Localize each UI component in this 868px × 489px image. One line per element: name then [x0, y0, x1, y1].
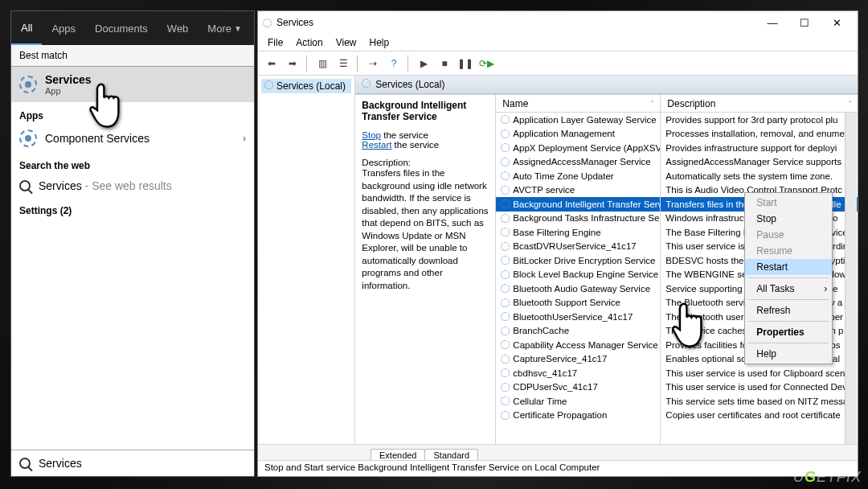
service-row[interactable]: CaptureService_41c17 — [496, 352, 660, 367]
service-row[interactable]: Capability Access Manager Service — [496, 338, 660, 352]
chevron-right-icon: › — [243, 133, 246, 144]
status-bar: Stop and Start service Background Intell… — [258, 460, 858, 476]
gear-icon — [501, 143, 510, 152]
tab-standard[interactable]: Standard — [424, 449, 478, 460]
pause-service-button[interactable]: ❚❚ — [457, 55, 474, 72]
gear-icon — [362, 79, 371, 88]
help-button[interactable]: ? — [385, 55, 403, 72]
service-row[interactable]: BluetoothUserService_41c17 — [496, 310, 660, 324]
search-tab-more[interactable]: More▼ — [198, 11, 252, 45]
show-hide-tree-button[interactable]: ▥ — [313, 55, 331, 72]
context-refresh[interactable]: Refresh — [745, 302, 832, 318]
apps-section-label: Apps — [11, 102, 254, 125]
service-desc[interactable]: AssignedAccessManager Service supports — [661, 155, 858, 170]
gear-icon — [501, 312, 510, 321]
menu-action[interactable]: Action — [291, 35, 327, 50]
gear-icon — [501, 327, 510, 335]
result-web-search[interactable]: Services - See web results — [11, 175, 254, 197]
gear-icon — [501, 256, 510, 265]
back-button[interactable]: ⬅ — [263, 55, 280, 72]
gear-icon — [19, 129, 37, 147]
toolbar: ⬅ ➡ ▥ ☰ ⇢ ? ▶ ■ ❚❚ ⟳▶ — [258, 51, 858, 76]
stop-service-button[interactable]: ■ — [436, 55, 453, 72]
detail-panel: Background Intelligent Transfer Service … — [355, 95, 496, 444]
service-row[interactable]: Bluetooth Audio Gateway Service — [496, 281, 660, 296]
menu-view[interactable]: View — [331, 35, 362, 50]
service-desc[interactable]: This user service is used for Connected … — [661, 380, 858, 395]
gear-icon — [501, 214, 510, 223]
scroll-up-icon: ˆ — [849, 100, 851, 108]
col-header-desc[interactable]: Descriptionˆ — [661, 95, 858, 113]
service-row[interactable]: Base Filtering Engine — [496, 225, 660, 240]
tree-root[interactable]: Services (Local) — [261, 79, 351, 93]
service-row[interactable]: BcastDVRUserService_41c17 — [496, 240, 660, 254]
best-match-result[interactable]: Services App — [11, 67, 254, 102]
service-row[interactable]: Application Layer Gateway Service — [496, 113, 660, 127]
service-row[interactable]: Application Management — [496, 127, 660, 142]
forward-button[interactable]: ➡ — [284, 55, 301, 72]
service-desc[interactable]: This user service is used for Clipboard … — [661, 366, 858, 380]
service-row[interactable]: Block Level Backup Engine Service — [496, 268, 660, 282]
col-header-name[interactable]: Nameˆ — [496, 95, 660, 113]
start-service-button[interactable]: ▶ — [415, 55, 432, 72]
service-row[interactable]: AppX Deployment Service (AppXSVC) — [496, 141, 660, 155]
gear-icon — [501, 242, 510, 251]
content-header: Services (Local) — [355, 76, 858, 94]
title-bar[interactable]: Services — ☐ ✕ — [258, 11, 858, 34]
service-row[interactable]: BranchCache — [496, 324, 660, 339]
gear-icon — [501, 115, 510, 124]
gear-icon — [501, 383, 510, 392]
service-row[interactable]: Certificate Propagation — [496, 409, 660, 423]
restart-service-button[interactable]: ⟳▶ — [477, 55, 495, 72]
service-row[interactable]: cbdhsvc_41c17 — [496, 366, 660, 380]
separator — [748, 343, 829, 343]
menu-file[interactable]: File — [263, 35, 288, 50]
service-desc[interactable]: Provides infrastructure support for depl… — [661, 141, 858, 155]
service-desc[interactable]: This service sets time based on NITZ mes… — [661, 394, 858, 409]
app-icon — [263, 18, 272, 27]
content-pane: Services (Local) Background Intelligent … — [355, 76, 858, 444]
service-desc[interactable]: Provides support for 3rd party protocol … — [661, 113, 858, 127]
restart-link[interactable]: Restart — [362, 140, 391, 150]
context-all-tasks[interactable]: All Tasks — [745, 281, 832, 297]
search-input[interactable]: Services — [11, 450, 254, 476]
export-button[interactable]: ⇢ — [364, 55, 382, 72]
context-start: Start — [745, 195, 832, 211]
service-desc[interactable]: Processes installation, removal, and enu… — [661, 127, 858, 142]
service-row[interactable]: Cellular Time — [496, 394, 660, 409]
service-row[interactable]: AVCTP service — [496, 183, 660, 198]
service-row[interactable]: Auto Time Zone Updater — [496, 169, 660, 183]
service-row[interactable]: AssignedAccessManager Service — [496, 155, 660, 170]
search-tab-web[interactable]: Web — [158, 11, 199, 45]
search-tab-apps[interactable]: Apps — [42, 11, 85, 45]
service-desc[interactable]: Copies user certificates and root certif… — [661, 409, 858, 423]
service-row[interactable]: Background Intelligent Transfer Service — [496, 197, 660, 212]
gear-icon — [501, 228, 510, 236]
context-stop[interactable]: Stop — [745, 211, 832, 227]
tab-extended[interactable]: Extended — [371, 449, 425, 460]
gear-icon — [501, 158, 510, 166]
settings-section-label: Settings (2) — [11, 197, 254, 220]
context-properties[interactable]: Properties — [745, 324, 832, 340]
separator — [748, 321, 829, 322]
search-tab-documents[interactable]: Documents — [85, 11, 158, 45]
context-help[interactable]: Help — [745, 346, 832, 362]
search-tab-all[interactable]: All — [11, 11, 42, 45]
context-restart[interactable]: Restart — [745, 259, 832, 275]
minimize-button[interactable]: — — [756, 12, 788, 33]
start-search-panel: All Apps Documents Web More▼ Best match … — [10, 10, 255, 477]
service-row[interactable]: Bluetooth Support Service — [496, 296, 660, 310]
service-row[interactable]: CDPUserSvc_41c17 — [496, 380, 660, 395]
search-icon — [19, 458, 31, 469]
menu-help[interactable]: Help — [365, 35, 395, 50]
service-row[interactable]: BitLocker Drive Encryption Service — [496, 253, 660, 268]
gear-icon — [501, 368, 510, 377]
close-button[interactable]: ✕ — [821, 12, 853, 33]
result-component-services[interactable]: Component Services › — [11, 125, 254, 152]
scrollbar[interactable] — [845, 113, 857, 444]
properties-button[interactable]: ☰ — [334, 55, 352, 72]
service-row[interactable]: Background Tasks Infrastructure Service — [496, 212, 660, 226]
maximize-button[interactable]: ☐ — [788, 12, 821, 33]
stop-link[interactable]: Stop — [362, 130, 381, 140]
service-desc[interactable]: Automatically sets the system time zone. — [661, 169, 858, 183]
